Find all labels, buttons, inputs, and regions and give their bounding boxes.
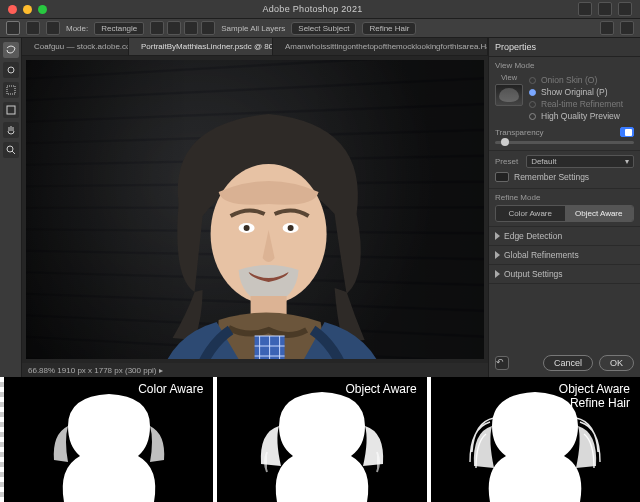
panel-toggle-icon[interactable]	[620, 21, 634, 35]
mode-select[interactable]: Rectangle	[94, 22, 144, 35]
chevron-right-icon	[495, 270, 500, 278]
overlay-label: Onion Skin (O)	[541, 75, 597, 85]
zoom-tool[interactable]	[3, 142, 19, 158]
comparison-strip: Color Aware Object Aware Object Aware+ R…	[0, 377, 640, 502]
hand-tool[interactable]	[3, 122, 19, 138]
mask-preview-color-aware: Color Aware	[4, 377, 213, 502]
transparency-slider[interactable]	[495, 141, 634, 144]
refine-mode-label: Refine Mode	[495, 193, 634, 202]
main-area: Coafguu — stock.adobe.com.psdc PortraitB…	[0, 38, 640, 377]
svg-rect-2	[7, 106, 15, 114]
chevron-right-icon	[495, 232, 500, 240]
remember-settings-label: Remember Settings	[514, 172, 589, 182]
edge-detection-disclosure[interactable]: Edge Detection	[489, 227, 640, 246]
undo-icon[interactable]: ↶	[495, 356, 509, 370]
seg-color-aware[interactable]: Color Aware	[496, 206, 565, 221]
view-mode-section: View Mode View Onion Skin (O) Show Origi…	[489, 57, 640, 151]
preset-section: Preset Default▾ Remember Settings	[489, 151, 640, 189]
remember-settings-check[interactable]	[495, 172, 509, 182]
refine-tools-strip	[0, 38, 22, 377]
document-tab[interactable]: PortraitByMatthiasLindner.psdc @ 80.7% (…	[129, 38, 273, 55]
subject-portrait	[99, 84, 439, 360]
traffic-close[interactable]	[8, 5, 17, 14]
realtime-label: Real-time Refinement	[541, 99, 623, 109]
refine-hair-button[interactable]: Refine Hair	[362, 22, 416, 35]
svg-point-9	[288, 225, 294, 231]
object-select-tool[interactable]	[3, 102, 19, 118]
svg-point-7	[244, 225, 250, 231]
realtime-radio[interactable]	[529, 101, 536, 108]
chevron-right-icon	[495, 251, 500, 259]
output-settings-disclosure[interactable]: Output Settings	[489, 265, 640, 284]
seg-object-aware[interactable]: Object Aware	[565, 206, 634, 221]
refine-mode-section: Refine Mode Color Aware Object Aware	[489, 189, 640, 227]
properties-panel: Properties View Mode View Onion Skin (O)…	[488, 38, 640, 377]
svg-line-4	[12, 151, 15, 154]
view-thumbnail[interactable]	[495, 84, 523, 106]
subtract-from-selection-icon[interactable]	[167, 21, 181, 35]
preset-select[interactable]: Default▾	[526, 155, 634, 168]
mask-preview-object-aware: Object Aware	[217, 377, 426, 502]
preset-label: Preset	[495, 157, 518, 166]
window-title: Adobe Photoshop 2021	[53, 4, 572, 14]
options-bar: Mode: Rectangle Sample All Layers Select…	[0, 18, 640, 38]
photo-preview	[26, 60, 484, 359]
document-tab[interactable]: Coafguu — stock.adobe.com.psdc	[22, 38, 129, 55]
overlay-radio[interactable]	[529, 77, 536, 84]
share-icon[interactable]	[600, 21, 614, 35]
select-subject-button[interactable]: Select Subject	[291, 22, 356, 35]
invert-selection-icon[interactable]	[201, 21, 215, 35]
arrange-icon[interactable]	[618, 2, 632, 16]
properties-footer: ↶ Cancel OK	[489, 349, 640, 377]
workspace-icon[interactable]	[598, 2, 612, 16]
tab-label: PortraitByMatthiasLindner.psdc @ 80.7% (…	[141, 42, 273, 51]
canvas[interactable]	[22, 56, 488, 363]
hq-label: High Quality Preview	[541, 111, 620, 121]
traffic-max[interactable]	[38, 5, 47, 14]
transparency-toggle[interactable]	[620, 127, 634, 137]
add-to-selection-icon[interactable]	[150, 21, 164, 35]
search-icon[interactable]	[578, 2, 592, 16]
lasso-tool[interactable]	[3, 42, 19, 58]
view-mode-label: View Mode	[495, 61, 634, 70]
properties-title: Properties	[489, 38, 640, 57]
svg-rect-1	[7, 86, 15, 94]
quick-select-tool[interactable]	[3, 82, 19, 98]
document-area: Coafguu — stock.adobe.com.psdc PortraitB…	[22, 38, 488, 377]
document-tabs: Coafguu — stock.adobe.com.psdc PortraitB…	[22, 38, 488, 56]
view-label: View	[501, 73, 517, 82]
traffic-min[interactable]	[23, 5, 32, 14]
tool-preset-icon[interactable]	[6, 21, 20, 35]
hq-radio[interactable]	[529, 113, 536, 120]
sample-all-layers-label[interactable]: Sample All Layers	[221, 24, 285, 33]
refine-mode-segment[interactable]: Color Aware Object Aware	[495, 205, 634, 222]
mask-preview-object-aware-refine: Object Aware+ Refine Hair	[431, 377, 640, 502]
cancel-button[interactable]: Cancel	[543, 355, 593, 371]
ok-button[interactable]: OK	[599, 355, 634, 371]
show-original-label: Show Original (P)	[541, 87, 608, 97]
intersect-selection-icon[interactable]	[184, 21, 198, 35]
svg-point-0	[8, 67, 14, 73]
brush-preset-icon[interactable]	[26, 21, 40, 35]
tab-label: Coafguu — stock.adobe.com.psdc	[34, 42, 129, 51]
brush-tool[interactable]	[3, 62, 19, 78]
mode-label: Mode:	[66, 24, 88, 33]
document-tab[interactable]: Amanwhoissittingonthetopofthemocklooking…	[273, 38, 488, 55]
tab-label: Amanwhoissittingonthetopofthemocklooking…	[285, 42, 488, 51]
window-titlebar: Adobe Photoshop 2021	[0, 0, 640, 18]
show-original-radio[interactable]	[529, 89, 536, 96]
transparency-label: Transparency	[495, 128, 544, 137]
brush-settings-icon[interactable]	[46, 21, 60, 35]
status-bar: 66.88% 1910 px x 1778 px (300 ppi) ▸	[22, 363, 488, 377]
global-refinements-disclosure[interactable]: Global Refinements	[489, 246, 640, 265]
